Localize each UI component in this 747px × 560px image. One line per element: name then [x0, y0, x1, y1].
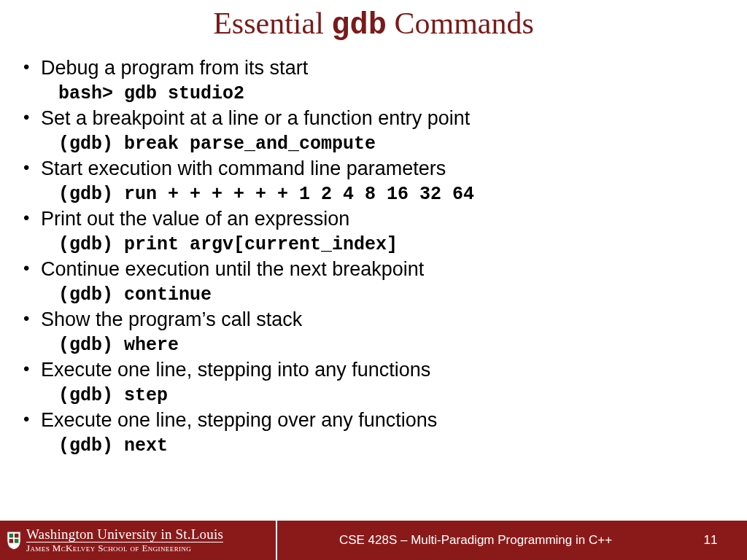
title-suffix: Commands [387, 7, 534, 40]
school-name: James McKelvey School of Engineering [26, 542, 223, 553]
item-cmd: (gdb) continue [15, 284, 732, 306]
svg-rect-2 [9, 539, 13, 543]
item-cmd: (gdb) next [15, 435, 732, 457]
item-cmd: (gdb) where [15, 334, 732, 357]
item-cmd: (gdb) run + + + + + + 1 2 4 8 16 32 64 [15, 183, 732, 206]
shield-icon [6, 530, 22, 551]
page-number: 11 [674, 533, 747, 548]
title-prefix: Essential [213, 7, 331, 40]
svg-rect-3 [15, 539, 18, 543]
wustl-wordmark: Washington University in St.Louis James … [26, 527, 223, 553]
item-cmd: bash> gdb studio2 [15, 82, 732, 105]
item-desc: Execute one line, stepping over any func… [15, 408, 732, 433]
footer-left: Washington University in St.Louis James … [0, 521, 277, 560]
item-cmd: (gdb) print argv[current_index] [15, 233, 732, 256]
list-item: Execute one line, stepping over any func… [15, 408, 732, 457]
item-cmd: (gdb) step [15, 384, 732, 407]
item-desc: Print out the value of an expression [15, 207, 732, 232]
slide-title: Essential gdb Commands [0, 0, 747, 43]
list-item: Set a breakpoint at a line or a function… [15, 106, 732, 155]
list-item: Start execution with command line parame… [15, 157, 732, 206]
item-desc: Execute one line, stepping into any func… [15, 358, 732, 383]
list-item: Print out the value of an expression (gd… [15, 207, 732, 256]
list-item: Debug a program from its start bash> gdb… [15, 56, 732, 105]
item-desc: Set a breakpoint at a line or a function… [15, 106, 732, 131]
item-desc: Show the program’s call stack [15, 308, 732, 332]
list-item: Show the program’s call stack (gdb) wher… [15, 308, 732, 357]
list-item: Execute one line, stepping into any func… [15, 358, 732, 407]
univ-name: Washington University in St.Louis [26, 527, 223, 542]
title-mono: gdb [331, 8, 387, 43]
item-desc: Debug a program from its start [15, 56, 732, 81]
bullet-list: Debug a program from its start bash> gdb… [15, 56, 732, 457]
content-area: Debug a program from its start bash> gdb… [0, 43, 747, 457]
item-desc: Continue execution until the next breakp… [15, 257, 732, 282]
item-cmd: (gdb) break parse_and_compute [15, 133, 732, 155]
course-label: CSE 428S – Multi-Paradigm Programming in… [277, 533, 674, 548]
item-desc: Start execution with command line parame… [15, 157, 732, 182]
svg-rect-0 [9, 534, 13, 538]
svg-rect-1 [15, 534, 18, 538]
list-item: Continue execution until the next breakp… [15, 257, 732, 306]
slide: Essential gdb Commands Debug a program f… [0, 0, 747, 560]
footer: Washington University in St.Louis James … [0, 521, 747, 560]
